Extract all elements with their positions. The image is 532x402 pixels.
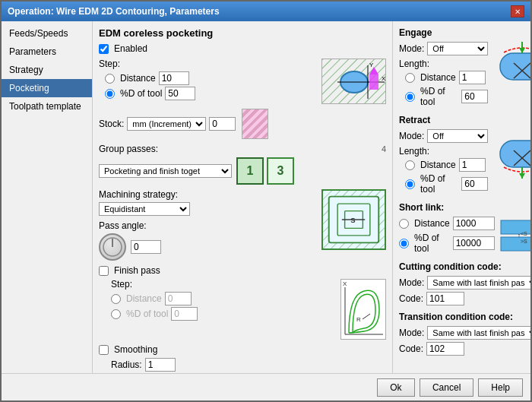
finish-pct-input[interactable]	[171, 307, 198, 321]
content-area: EDM coreless pocketing Enabled Step: Dis…	[93, 21, 530, 373]
short-link-distance-input[interactable]	[453, 217, 495, 230]
pct-tool-input[interactable]	[165, 87, 195, 100]
retract-section: Retract Mode: Off Length:	[399, 115, 524, 195]
retract-mode-select[interactable]: Off	[427, 129, 488, 143]
smoothing-label: Smoothing	[114, 344, 157, 355]
retract-pct-radio[interactable]	[405, 179, 415, 189]
pass-boxes: 1 3	[236, 157, 294, 185]
sidebar-item-toolpath-template[interactable]: Toolpath template	[2, 97, 92, 116]
stock-unit-select[interactable]: mm (Increment)	[127, 117, 206, 131]
sidebar-item-strategy[interactable]: Strategy	[2, 61, 92, 79]
cutting-condition-section: Cutting condition code: Mode: Same with …	[399, 261, 524, 305]
pass-angle-input[interactable]	[131, 240, 161, 254]
transition-code-input[interactable]	[426, 342, 464, 356]
close-button[interactable]: ✕	[511, 5, 524, 17]
transition-code-label: Code:	[399, 343, 423, 354]
edm-section-title: EDM coreless pocketing	[99, 27, 386, 39]
short-link-distance-label: Distance	[414, 218, 450, 229]
cutting-code-input[interactable]	[426, 292, 464, 305]
engage-distance-label: Distance	[420, 72, 456, 83]
group-passes-header: Group passes: 4	[99, 144, 386, 154]
finish-pct-radio[interactable]	[111, 309, 121, 319]
retract-pct-row: %D of tool	[405, 173, 488, 195]
svg-text:X: X	[382, 75, 386, 82]
engage-diagram	[492, 42, 530, 91]
left-panel: EDM coreless pocketing Enabled Step: Dis…	[93, 21, 393, 373]
pct-tool-radio[interactable]	[105, 89, 115, 99]
short-link-pct-radio[interactable]	[399, 239, 409, 248]
retract-distance-row: Distance	[405, 158, 488, 172]
engage-mode-select[interactable]: Off	[427, 42, 488, 55]
group-passes-section: Group passes: 4 Pocketing and finish tog…	[99, 144, 386, 185]
engage-distance-radio[interactable]	[405, 73, 415, 83]
short-link-diagram: <S >S	[499, 219, 530, 252]
title-bar: Operation: Wire EDM 2D Contouring, Param…	[2, 2, 530, 21]
finish-distance-label: Distance	[126, 293, 162, 304]
finish-pass-label: Finish pass	[114, 265, 160, 276]
sidebar-item-parameters[interactable]: Parameters	[2, 43, 92, 61]
pass-angle-section: Pass angle:	[99, 220, 315, 261]
step-label: Step:	[99, 59, 315, 69]
retract-controls: Mode: Off Length: Distance	[399, 129, 488, 195]
pct-tool-label: %D of tool	[120, 88, 162, 99]
radius-input[interactable]	[145, 358, 176, 372]
sidebar-item-feeds-speeds[interactable]: Feeds/Speeds	[2, 24, 92, 43]
engage-pct-input[interactable]	[461, 90, 488, 103]
enabled-checkbox[interactable]	[99, 44, 109, 54]
main-content: Feeds/Speeds Parameters Strategy Pocketi…	[2, 21, 530, 373]
cutting-mode-select[interactable]: Same with last finish pass	[427, 276, 530, 290]
radius-label: Radius:	[111, 359, 142, 370]
transition-mode-select[interactable]: Same with last finish pass	[427, 326, 530, 340]
svg-text:>S: >S	[521, 239, 527, 244]
retract-distance-input[interactable]	[459, 158, 486, 172]
step-diagram: Y X	[321, 59, 386, 104]
cutting-code-label: Code:	[399, 293, 423, 304]
distance-input[interactable]	[159, 71, 189, 85]
finish-distance-input[interactable]	[165, 292, 192, 305]
transition-mode-row: Mode: Same with last finish pass	[399, 326, 524, 340]
retract-title: Retract	[399, 115, 524, 125]
retract-pct-input[interactable]	[461, 177, 488, 191]
stock-label: Stock:	[99, 119, 124, 129]
svg-marker-26	[519, 48, 525, 53]
engage-mode-label: Mode:	[399, 43, 424, 54]
ok-button[interactable]: Ok	[377, 378, 415, 397]
pass-angle-dial[interactable]	[99, 233, 126, 261]
help-button[interactable]: Help	[478, 378, 523, 397]
short-link-distance-radio[interactable]	[399, 219, 409, 229]
finish-pass-section: Finish pass Step: Distance	[99, 265, 386, 340]
finish-pass-checkbox[interactable]	[99, 266, 109, 276]
transition-code-row: Code:	[399, 342, 524, 356]
short-link-pct-input[interactable]	[453, 236, 495, 250]
window-title: Operation: Wire EDM 2D Contouring, Param…	[8, 6, 220, 17]
pass-box-1[interactable]: 1	[236, 157, 264, 185]
distance-label: Distance	[120, 73, 156, 84]
smoothing-checkbox[interactable]	[99, 345, 109, 355]
sidebar-item-pocketing[interactable]: Pocketing	[2, 79, 92, 97]
retract-diagram	[492, 129, 530, 179]
cutting-mode-row: Mode: Same with last finish pass	[399, 276, 524, 290]
svg-marker-31	[519, 173, 525, 179]
engage-distance-input[interactable]	[459, 71, 486, 84]
stock-row: Stock: mm (Increment)	[99, 109, 386, 139]
svg-line-23	[363, 314, 370, 319]
pass-angle-row	[99, 233, 315, 261]
strategy-select[interactable]: Equidistant	[99, 202, 190, 216]
pass-box-2[interactable]: 3	[267, 157, 294, 185]
finish-pass-diagram: X R	[340, 279, 386, 340]
finish-step-label: Step:	[99, 279, 334, 290]
cancel-button[interactable]: Cancel	[420, 378, 473, 397]
stock-value-input[interactable]	[209, 117, 236, 131]
group-passes-select[interactable]: Pocketing and finish toget	[99, 164, 232, 178]
smoothing-section: Smoothing Radius: Cleanup smoothing	[99, 344, 386, 373]
retract-distance-radio[interactable]	[405, 160, 415, 170]
finish-step-controls: Step: Distance %D of tool	[99, 279, 334, 321]
strategy-diagram: S	[321, 189, 386, 250]
group-passes-label: Group passes:	[99, 144, 158, 154]
engage-pct-radio[interactable]	[405, 92, 415, 102]
distance-radio-row: Distance	[105, 71, 315, 85]
pct-tool-radio-row: %D of tool	[105, 87, 315, 100]
group-passes-number: 4	[382, 144, 386, 154]
distance-radio[interactable]	[105, 74, 115, 84]
finish-distance-radio[interactable]	[111, 294, 121, 304]
